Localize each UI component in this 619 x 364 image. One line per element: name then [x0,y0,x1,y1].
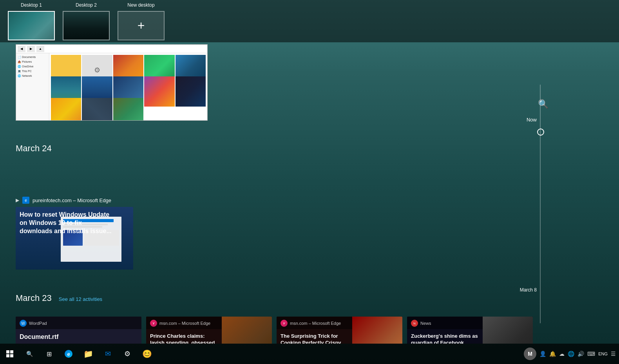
march24-card-title: How to reset Windows Update on Windows 1… [20,211,114,235]
fe-titlebar: ◀ ▶ ▲ [16,45,207,53]
march-8-label: March 8 [520,287,537,293]
fe-sidebar-item: 📥 Pictures [18,60,47,64]
fe-back-button[interactable]: ◀ [18,46,25,52]
desktop-bar: Desktop 1 Desktop 2 New desktop + [0,0,619,42]
taskbar-settings[interactable]: ⚙ [118,344,137,364]
taskbar-smiley[interactable]: 😊 [137,344,157,364]
desktop-2-thumbnail[interactable] [63,11,110,40]
taskbar-file-explorer[interactable]: 📁 [78,344,98,364]
card-title-bacon: The Surprising Trick for Cooking Perfect… [281,333,348,344]
notification-icon[interactable]: 🔔 [549,351,556,357]
windows-logo [6,350,13,357]
news-icon: N [411,320,418,327]
fe-file-img7[interactable] [144,76,174,107]
network-icon[interactable]: 🌐 [568,351,574,357]
win-logo-cell-1 [6,350,9,353]
task-view-icon: ⊞ [47,350,52,358]
march24-source-row: ▶ e pureinfotech.com – Microsoft Edge [16,197,111,204]
smiley-icon-taskbar: 😊 [142,349,152,359]
settings-icon-taskbar: ⚙ [124,350,130,358]
fe-forward-button[interactable]: ▶ [27,46,35,52]
main-content: ◀ ▶ ▲ 📄 Documents 📥 Pictures 🌐 OneDrive … [0,42,619,344]
card-source-bacon: msn.com – Microsoft Edge [290,321,341,326]
march23-card-zuckerberg[interactable]: N News Zuckerberg's shine dims as guardi… [407,317,533,344]
card-source-wordpad: WordPad [29,321,47,326]
search-icon[interactable]: 🔍 [538,99,548,109]
card-source-prince: msn.com – Microsoft Edge [159,321,210,326]
march24-card[interactable]: How to reset Windows Update on Windows 1… [16,207,133,270]
taskbar-language: ENG [598,351,608,356]
march23-card-bacon[interactable]: Y msn.com – Microsoft Edge The Surprisin… [277,317,402,344]
fe-file-img8[interactable] [176,76,206,107]
new-desktop-button[interactable]: New desktop + [118,2,165,40]
onedrive-icon[interactable]: ☁ [559,351,565,357]
march23-card-prince[interactable]: Y msn.com – Microsoft Edge Prince Charle… [146,317,272,344]
taskbar-mail[interactable]: ✉ [98,344,118,364]
card-image-zuckerberg [483,317,533,344]
taskbar-edge[interactable]: e [59,344,78,364]
plus-icon: + [138,19,145,32]
march23-card-wordpad[interactable]: W WordPad Document.rtf This PC\Documents [16,317,141,344]
timeline-dot [537,129,544,136]
card-body-zuckerberg: Zuckerberg's shine dims as guardian of F… [407,329,483,344]
keyboard-icon[interactable]: ⌨ [587,351,595,357]
mail-icon-taskbar: ✉ [105,350,111,358]
march24-card-bg: How to reset Windows Update on Windows 1… [16,207,133,270]
start-button[interactable] [0,344,20,364]
taskbar-search-button[interactable]: 🔍 [20,344,39,364]
march-23-date: March 23 See all 12 activities [16,293,102,303]
fe-file-img9[interactable] [51,98,81,121]
sound-icon[interactable]: 🔊 [577,351,584,357]
desktop-1-thumbnail[interactable] [8,11,55,40]
taskbar-right: M 👤 🔔 ☁ 🌐 🔊 ⌨ ENG ☰ [524,344,619,364]
new-desktop-box[interactable]: + [118,11,165,40]
wordpad-icon: W [20,320,27,327]
march23-cards-row: W WordPad Document.rtf This PC\Documents… [16,317,533,344]
desktop-1-label: Desktop 1 [21,2,42,8]
desktop-1-item[interactable]: Desktop 1 [8,2,55,40]
people-icon[interactable]: 👤 [539,351,546,357]
folder-icon-taskbar: 📁 [83,349,93,359]
taskbar-task-view-button[interactable]: ⊞ [39,344,59,364]
card-body-prince: Prince Charles claims: lavish spending, … [146,329,222,344]
user-avatar[interactable]: M [524,348,536,360]
fe-sidebar-item: 📄 Documents [18,55,47,60]
fe-sidebar-item: 💻 This PC [18,69,47,74]
taskbar: 🔍 ⊞ e 📁 ✉ ⚙ 😊 M 👤 🔔 ☁ 🌐 🔊 ⌨ ENG [0,344,619,364]
desktop-2-item[interactable]: Desktop 2 [63,2,110,40]
win-logo-cell-4 [10,354,13,357]
edge-icon-taskbar: e [65,350,72,358]
card-image-prince [222,317,272,344]
see-all-activities[interactable]: See all 12 activities [59,296,102,302]
desktop-2-label: Desktop 2 [76,2,97,8]
taskbar-time[interactable]: ENG [598,351,608,356]
fe-up-button[interactable]: ▲ [36,46,44,52]
fe-content: ⚙ [49,53,207,120]
zuckerberg-photo [483,317,533,344]
timeline-now-label: Now [527,117,537,123]
card-source-zuckerberg: News [420,321,431,326]
fe-file-img11[interactable] [113,98,143,121]
taskbar-apps: e 📁 ✉ ⚙ 😊 [59,344,157,364]
card-body-bacon: The Surprising Trick for Cooking Perfect… [277,329,352,344]
march24-source-text: pureinfotech.com – Microsoft Edge [33,197,111,203]
win-logo-cell-2 [10,350,13,353]
action-center-icon[interactable]: ☰ [611,351,616,357]
fe-file-img10[interactable] [82,98,112,121]
fe-sidebar-item: 🌐 Network [18,74,47,78]
card-body-wordpad: Document.rtf This PC\Documents [16,329,141,344]
desktop-1-preview [9,12,54,40]
fe-sidebar: 📄 Documents 📥 Pictures 🌐 OneDrive 💻 This… [16,53,49,120]
timeline-line [540,85,541,323]
bacon-photo [352,317,402,344]
msn-edge-icon-2: Y [281,320,288,327]
file-explorer-window[interactable]: ◀ ▶ ▲ 📄 Documents 📥 Pictures 🌐 OneDrive … [16,44,208,121]
fe-sidebar-item: 🌐 OneDrive [18,64,47,69]
card-title-prince: Prince Charles claims: lavish spending, … [150,333,218,344]
win-logo-cell-3 [6,354,9,357]
card-title-wordpad: Document.rtf [20,333,138,341]
search-icon-taskbar: 🔍 [26,351,33,357]
card-header-wordpad: W WordPad [16,317,141,329]
prince-charles-photo [222,317,272,344]
msn-edge-icon-1: Y [150,320,157,327]
